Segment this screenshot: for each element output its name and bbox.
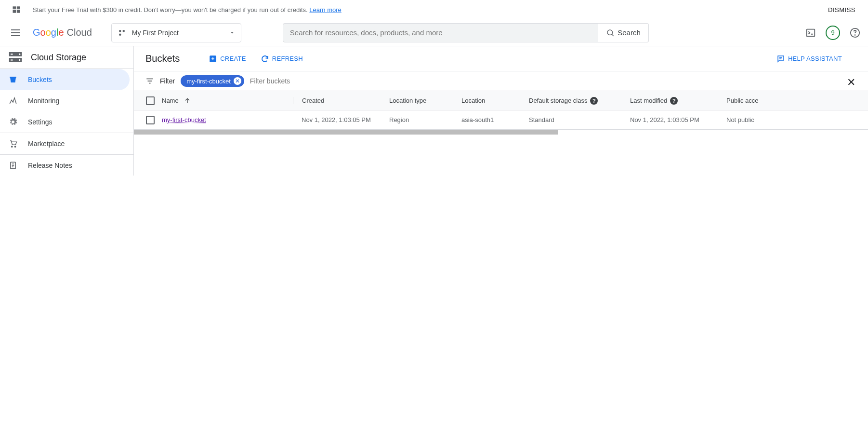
project-icon [118,28,126,37]
svg-rect-17 [11,54,13,54]
svg-rect-3 [17,10,20,13]
table-row: my-first-cbucket Nov 1, 2022, 1:03:05 PM… [134,110,868,130]
app-header: Google Cloud My First Project Search 9 [0,19,868,46]
gear-icon [9,118,17,126]
svg-point-20 [19,59,20,61]
gift-icon [12,5,21,14]
sidebar-item-label: Release Notes [28,162,72,169]
svg-rect-0 [13,6,16,9]
svg-rect-2 [13,10,16,13]
filter-chip[interactable]: my-first-cbucket ✕ [181,75,244,87]
search-button[interactable]: Search [598,23,649,42]
bucket-icon [9,75,17,84]
svg-rect-1 [17,6,20,9]
sidebar-item-settings[interactable]: Settings [0,111,133,133]
help-tooltip-icon[interactable]: ? [590,97,598,105]
chat-icon [776,54,785,63]
plus-icon [209,54,217,63]
close-icon[interactable]: ✕ [847,76,856,86]
sidebar-title: Cloud Storage [31,53,86,63]
page-title: Buckets [145,53,180,64]
main-content: Buckets CREATE REFRESH HELP ASSISTANT Fi… [134,46,868,176]
project-picker[interactable]: My First Project [111,23,241,42]
col-location[interactable]: Location [461,97,529,104]
sidebar-header: Cloud Storage [0,46,133,69]
horizontal-scrollbar[interactable] [134,130,558,135]
row-checkbox[interactable] [146,116,155,124]
sort-asc-icon [184,97,191,105]
col-public[interactable]: Public acce [726,97,784,104]
sidebar-item-label: Settings [28,118,53,126]
svg-point-10 [607,30,613,35]
chip-remove-icon[interactable]: ✕ [234,77,241,85]
filter-label: Filter [160,77,175,85]
monitoring-icon [9,96,17,105]
sidebar-item-buckets[interactable]: Buckets [0,69,130,90]
filter-icon[interactable] [145,77,154,85]
svg-line-11 [612,34,614,36]
dismiss-button[interactable]: DISMISS [828,6,855,14]
select-all-checkbox[interactable] [146,96,155,105]
svg-point-9 [119,33,121,36]
cloud-storage-icon [9,52,22,63]
help-tooltip-icon[interactable]: ? [670,97,678,105]
release-notes-icon [9,161,17,170]
col-name[interactable]: Name [158,97,293,105]
cell-public: Not public [726,116,784,123]
cell-created: Nov 1, 2022, 1:03:05 PM [293,116,389,123]
svg-point-19 [19,54,20,55]
col-class[interactable]: Default storage class ? [529,97,630,105]
search-input[interactable] [290,28,591,37]
cell-class: Standard [529,116,630,123]
project-name: My First Project [132,29,229,37]
cell-modified: Nov 1, 2022, 1:03:05 PM [630,116,726,123]
svg-point-21 [12,146,13,147]
banner-text: Start your Free Trial with $300 in credi… [33,6,828,14]
col-loctype[interactable]: Location type [389,97,461,104]
hamburger-icon[interactable] [10,27,21,39]
refresh-icon [261,54,269,63]
create-button[interactable]: CREATE [209,54,246,63]
dropdown-icon [229,30,235,36]
sidebar-item-label: Buckets [28,76,52,83]
svg-point-22 [14,146,15,147]
learn-more-link[interactable]: Learn more [309,6,341,14]
filter-bar: Filter my-first-cbucket ✕ ✕ [134,71,868,91]
sidebar-item-label: Marketplace [28,140,65,148]
free-trial-banner: Start your Free Trial with $300 in credi… [0,0,868,19]
svg-point-14 [855,35,855,35]
search-icon [606,28,615,37]
main-toolbar: Buckets CREATE REFRESH HELP ASSISTANT [134,46,868,71]
svg-point-8 [122,30,125,32]
search-wrap: Search [283,23,649,42]
sidebar: Cloud Storage Buckets Monitoring Setting… [0,46,134,176]
google-cloud-logo[interactable]: Google Cloud [33,27,92,38]
svg-point-7 [119,30,121,32]
sidebar-item-monitoring[interactable]: Monitoring [0,90,133,111]
bucket-name-link[interactable]: my-first-cbucket [162,116,206,123]
svg-rect-12 [807,29,815,36]
help-assistant-button[interactable]: HELP ASSISTANT [776,54,842,63]
table-header: Name Created Location type Location Defa… [134,91,868,110]
notifications-badge[interactable]: 9 [826,26,840,40]
col-created[interactable]: Created [293,97,389,104]
search-box[interactable] [283,23,598,42]
help-icon[interactable] [850,27,860,38]
svg-rect-18 [11,59,13,60]
cell-loctype: Region [389,116,461,123]
filter-input[interactable] [250,77,841,85]
sidebar-item-marketplace[interactable]: Marketplace [0,133,133,154]
refresh-button[interactable]: REFRESH [261,54,303,63]
sidebar-item-label: Monitoring [28,97,59,105]
col-modified[interactable]: Last modified ? [630,97,726,105]
cell-location: asia-south1 [461,116,529,123]
sidebar-item-release-notes[interactable]: Release Notes [0,154,133,176]
marketplace-icon [9,139,17,148]
cloud-shell-icon[interactable] [805,27,816,38]
